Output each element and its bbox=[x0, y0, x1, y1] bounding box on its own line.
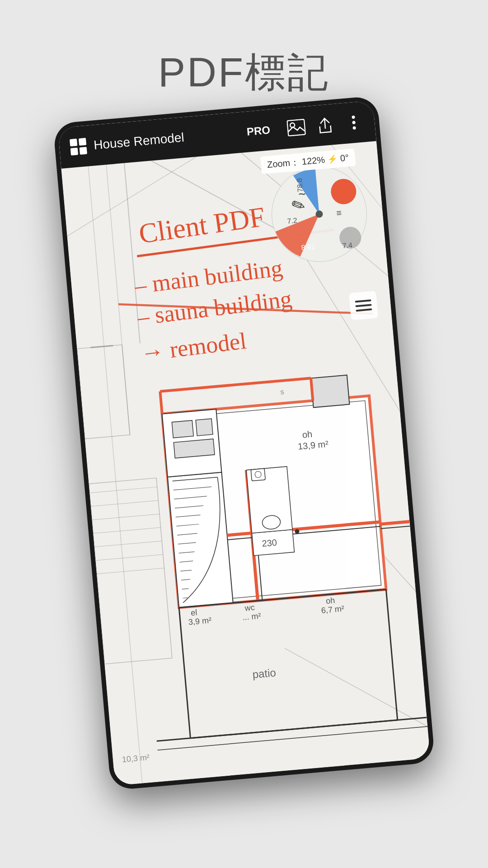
svg-text:oh: oh bbox=[325, 596, 335, 606]
svg-rect-35 bbox=[168, 472, 233, 608]
svg-text:patio: patio bbox=[252, 666, 276, 680]
svg-rect-19 bbox=[77, 345, 130, 439]
svg-line-17 bbox=[95, 555, 163, 561]
svg-line-73 bbox=[179, 608, 190, 738]
svg-line-74 bbox=[386, 590, 397, 720]
pro-badge: PRO bbox=[246, 123, 271, 138]
svg-rect-0 bbox=[287, 119, 305, 136]
svg-line-82 bbox=[381, 526, 410, 529]
svg-line-78 bbox=[157, 726, 427, 750]
svg-line-84 bbox=[160, 378, 311, 392]
svg-line-5 bbox=[88, 166, 143, 786]
svg-text:s: s bbox=[280, 388, 284, 396]
svg-line-12 bbox=[89, 487, 157, 493]
zoom-label: Zoom： bbox=[267, 156, 300, 171]
zoom-icon: ⚡ bbox=[327, 154, 338, 165]
app-title: House Remodel bbox=[93, 125, 240, 152]
radial-menu[interactable]: ~ ✎ ≡ 78.8 78.8 7.4 7.2 bbox=[265, 160, 373, 268]
page-title: PDF標記 bbox=[0, 45, 488, 100]
svg-point-4 bbox=[352, 126, 356, 130]
blueprint-background: 10,3 m² Client PDF – main building – sau… bbox=[61, 141, 431, 786]
phone-screen: House Remodel PRO bbox=[58, 100, 431, 785]
hamburger-line-3 bbox=[356, 308, 372, 311]
svg-line-83 bbox=[160, 392, 162, 414]
svg-point-2 bbox=[352, 115, 355, 119]
svg-rect-53 bbox=[174, 439, 215, 458]
svg-text:oh: oh bbox=[302, 429, 313, 440]
image-icon[interactable] bbox=[286, 117, 307, 138]
svg-text:78.8: 78.8 bbox=[301, 243, 316, 252]
hamburger-line-1 bbox=[355, 299, 371, 302]
svg-text:7.2: 7.2 bbox=[287, 217, 298, 225]
hamburger-line-2 bbox=[355, 304, 371, 307]
share-icon[interactable] bbox=[314, 114, 336, 136]
svg-line-14 bbox=[92, 514, 160, 520]
svg-text:230: 230 bbox=[262, 538, 277, 549]
zoom-value: 122% bbox=[301, 155, 325, 167]
svg-rect-51 bbox=[172, 420, 193, 438]
svg-line-13 bbox=[91, 500, 158, 506]
top-bar-icons bbox=[286, 112, 365, 138]
svg-rect-34 bbox=[311, 375, 349, 408]
svg-text:... m²: ... m² bbox=[242, 611, 262, 622]
zoom-rotation: 0° bbox=[340, 152, 349, 164]
svg-line-81 bbox=[380, 522, 410, 524]
grid-icon[interactable] bbox=[70, 138, 87, 156]
svg-text:≡: ≡ bbox=[336, 208, 342, 218]
svg-point-3 bbox=[352, 121, 356, 124]
svg-line-20 bbox=[90, 345, 113, 347]
svg-line-77 bbox=[157, 717, 427, 741]
svg-text:el: el bbox=[190, 608, 197, 618]
svg-text:6,7 m²: 6,7 m² bbox=[321, 604, 345, 615]
svg-rect-52 bbox=[196, 419, 213, 436]
svg-line-15 bbox=[93, 528, 160, 533]
svg-text:wc: wc bbox=[244, 603, 255, 613]
svg-line-16 bbox=[94, 541, 162, 547]
hamburger-button[interactable] bbox=[349, 291, 378, 320]
phone-frame: House Remodel PRO bbox=[53, 95, 435, 790]
content-area: 10,3 m² Client PDF – main building – sau… bbox=[61, 141, 431, 786]
svg-text:3,9 m²: 3,9 m² bbox=[188, 616, 212, 627]
svg-text:78.8: 78.8 bbox=[295, 178, 304, 193]
svg-text:7.4: 7.4 bbox=[342, 241, 353, 250]
svg-line-18 bbox=[97, 568, 164, 574]
svg-text:→ remodel: → remodel bbox=[139, 328, 248, 366]
svg-text:10,3 m²: 10,3 m² bbox=[122, 753, 150, 764]
more-icon[interactable] bbox=[343, 112, 365, 133]
